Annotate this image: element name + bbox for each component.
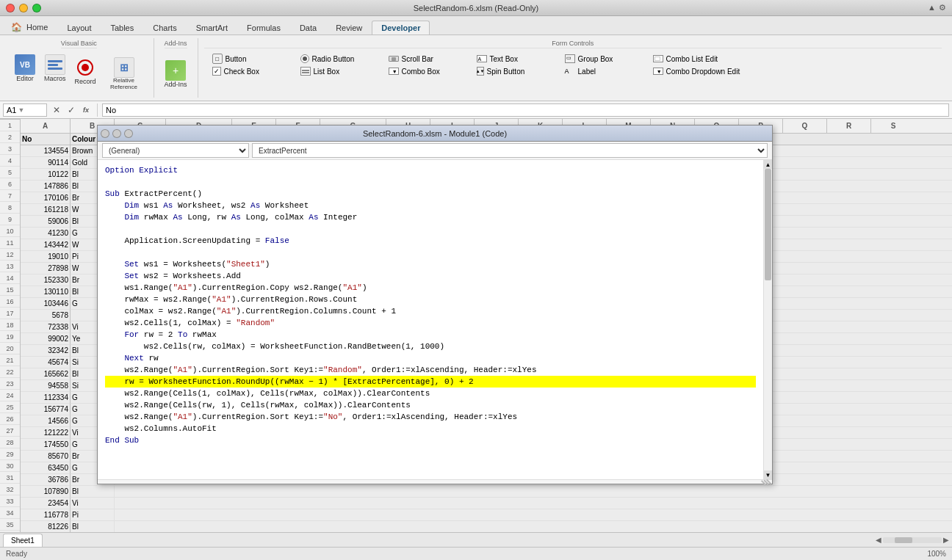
button-icon: □ <box>212 54 223 64</box>
code-line: ws2.Range(Cells(rw, 1), Cells(rwMax, col… <box>105 399 756 411</box>
list-box-control[interactable]: List Box <box>298 66 372 76</box>
code-close-button[interactable] <box>101 129 109 138</box>
record-button[interactable]: Record <box>72 56 99 87</box>
tab-layout[interactable]: Layout <box>57 21 101 34</box>
col-header-a[interactable]: A <box>21 119 71 133</box>
code-line: Set ws2 = Worksheets.Add <box>105 270 756 282</box>
col-header-r[interactable]: R <box>827 119 871 133</box>
relative-ref-button[interactable]: ⊞ Relative Reference <box>102 56 146 92</box>
radio-button-control[interactable]: Radio Button <box>298 53 372 65</box>
macros-button[interactable]: Macros <box>41 53 69 84</box>
button-control[interactable]: □ Button <box>210 53 284 65</box>
row-num-30: 30 <box>0 460 20 472</box>
scroll-bar-control[interactable]: Scroll Bar <box>386 53 460 65</box>
table-row: 107890Bl <box>21 486 952 498</box>
cell-a1[interactable]: No <box>21 134 71 145</box>
row-num-1: 1 <box>0 120 20 131</box>
row-num-15: 15 <box>0 284 20 296</box>
close-button[interactable] <box>6 4 15 12</box>
code-window-title-bar: SelectRandom-6.xlsm - Module1 (Code) <box>98 126 772 142</box>
code-line-highlighted: rw = WorksheetFunction.RoundUp((rwMax − … <box>105 376 756 388</box>
scroll-bar-icon <box>389 56 399 62</box>
label-control[interactable]: A Label <box>563 66 636 76</box>
code-line: ws2.Range(Cells(1, colMax), Cells(rwMax,… <box>105 388 756 399</box>
list-box-icon <box>300 67 311 76</box>
formula-input[interactable]: No <box>102 103 949 117</box>
minimize-button[interactable] <box>19 4 28 12</box>
collapse-icon[interactable]: ▲ <box>928 3 936 12</box>
spin-button-icon: ▲▼ <box>477 67 484 76</box>
code-minimize-button[interactable] <box>112 129 121 138</box>
tab-review[interactable]: Review <box>326 21 372 34</box>
row-num-25: 25 <box>0 401 20 413</box>
cell[interactable]: 134554 <box>21 145 71 157</box>
macros-label: Macros <box>44 75 66 82</box>
form-controls-group-label: Form Controls <box>204 38 942 48</box>
title-bar: SelectRandom-6.xlsm (Read-Only) ▲ ⚙ <box>0 0 952 16</box>
tab-home[interactable]: 🏠 Home <box>1 19 57 34</box>
ribbon-group-visual-basic: Visual Basic VB Editor Macros <box>4 38 154 98</box>
button-label: Button <box>226 55 247 63</box>
row-num-18: 18 <box>0 319 20 331</box>
col-header-s[interactable]: S <box>871 119 915 133</box>
settings-icon[interactable]: ⚙ <box>939 3 946 12</box>
combo-box-control[interactable]: ▼ Combo Box <box>386 66 460 76</box>
add-ins-button[interactable]: + Add-Ins <box>162 59 190 90</box>
combo-box-label: Combo Box <box>402 68 440 76</box>
combo-list-edit-icon <box>653 55 663 62</box>
row-num-2: 2 <box>0 131 20 143</box>
scroll-left-icon[interactable]: ◀ <box>876 536 881 544</box>
insert-function-icon[interactable]: fx <box>79 103 93 117</box>
tab-data[interactable]: Data <box>290 21 326 34</box>
check-box-control[interactable]: ✓ Check Box <box>210 66 284 76</box>
combo-dropdown-edit-icon: ▼ <box>653 68 663 75</box>
macros-icon <box>45 54 65 75</box>
cell[interactable]: 10122 <box>21 169 71 181</box>
maximize-button[interactable] <box>32 4 41 12</box>
visual-basic-group-label: Visual Basic <box>61 38 97 48</box>
ribbon-tabs: 🏠 Home Layout Tables Charts SmartArt For… <box>0 16 952 35</box>
horizontal-scrollbar[interactable] <box>883 537 942 543</box>
tab-tables[interactable]: Tables <box>101 21 143 34</box>
text-box-label: Text Box <box>490 55 518 63</box>
code-line <box>105 223 756 235</box>
code-line: Option Explicit <box>105 164 756 176</box>
scroll-right-icon[interactable]: ▶ <box>943 536 949 544</box>
text-box-icon: A <box>477 55 487 62</box>
editor-button[interactable]: VB Editor <box>12 53 38 84</box>
cell-reference-box[interactable]: A1 ▼ <box>3 103 47 117</box>
text-box-control[interactable]: A Text Box <box>475 53 548 65</box>
row-num-27: 27 <box>0 425 20 437</box>
tab-formulas[interactable]: Formulas <box>237 21 290 34</box>
cell[interactable]: 90114 <box>21 157 71 169</box>
combo-dropdown-edit-control[interactable]: ▼ Combo Dropdown Edit <box>651 66 743 76</box>
tab-smartart[interactable]: SmartArt <box>187 21 237 34</box>
code-maximize-button[interactable] <box>124 129 133 138</box>
ribbon-group-add-ins: Add-Ins + Add-Ins <box>154 38 198 98</box>
row-num-3: 3 <box>0 143 20 155</box>
cell-ref-dropdown-icon[interactable]: ▼ <box>18 106 24 114</box>
confirm-formula-icon[interactable]: ✓ <box>65 103 78 117</box>
tab-charts[interactable]: Charts <box>143 21 186 34</box>
combo-list-edit-control[interactable]: Combo List Edit <box>651 53 724 65</box>
horizontal-scrollbar-thumb[interactable] <box>895 537 912 543</box>
scrollbar-thumb[interactable] <box>765 169 771 280</box>
code-scrollbar[interactable]: ▲ ▼ <box>763 160 772 479</box>
scrollbar-up-arrow[interactable]: ▲ <box>764 160 772 169</box>
combo-list-edit-label: Combo List Edit <box>666 55 718 63</box>
code-window: SelectRandom-6.xlsm - Module1 (Code) (Ge… <box>97 125 773 484</box>
sheet-tabs-bar: Sheet1 ◀ ▶ <box>0 532 952 547</box>
spin-button-control[interactable]: ▲▼ Spin Button <box>475 66 548 76</box>
row-num-13: 13 <box>0 261 20 272</box>
code-editor[interactable]: Option Explicit Sub ExtractPercent() Dim… <box>98 160 763 479</box>
cancel-formula-icon[interactable]: ✕ <box>50 103 63 117</box>
status-bar: Ready 100% <box>0 547 952 560</box>
general-dropdown[interactable]: (General) <box>102 143 249 158</box>
tab-developer[interactable]: Developer <box>372 21 430 34</box>
col-header-q[interactable]: Q <box>783 119 827 133</box>
extract-percent-dropdown[interactable]: ExtractPercent <box>252 143 768 158</box>
add-ins-label: Add-Ins <box>165 81 187 88</box>
group-box-control[interactable]: ▭ Group Box <box>563 53 636 65</box>
sheet-tab-sheet1[interactable]: Sheet1 <box>3 534 43 547</box>
row-num-29: 29 <box>0 448 20 460</box>
